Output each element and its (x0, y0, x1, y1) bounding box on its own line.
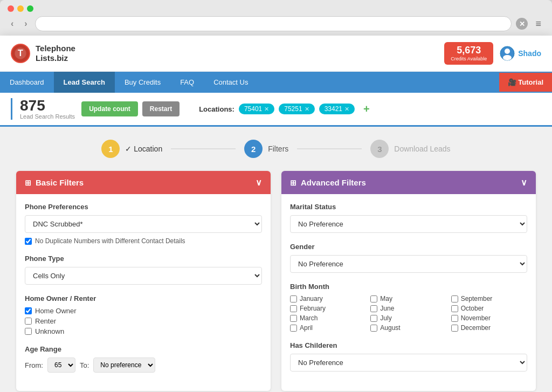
month-april-checkbox[interactable] (290, 325, 297, 332)
username[interactable]: Shado (518, 49, 541, 58)
restart-button[interactable]: Restart (142, 101, 180, 116)
no-duplicate-label: No Duplicate Numbers with Different Cont… (35, 237, 185, 245)
birth-month-group: Birth Month January May (290, 283, 527, 332)
stop-button[interactable]: ✕ (516, 18, 528, 30)
month-october-checkbox[interactable] (451, 305, 458, 312)
home-owner-group: Home Owner / Renter Home Owner Renter Un… (25, 294, 262, 335)
menu-button[interactable]: ≡ (532, 17, 544, 31)
unknown-checkbox[interactable] (25, 328, 32, 335)
marital-status-label: Marital Status (290, 203, 527, 211)
advanced-filters-header-left: ⊞ Advanced Filters (290, 178, 366, 187)
month-august-checkbox[interactable] (370, 325, 377, 332)
minimize-traffic-light[interactable] (17, 5, 24, 12)
tutorial-button[interactable]: 🎥 Tutorial (499, 73, 552, 92)
has-children-group: Has Childeren No Preference Yes No (290, 341, 527, 372)
credits-label: Credits Available (451, 56, 487, 61)
remove-location-2[interactable]: ✕ (344, 106, 349, 113)
home-owner-checkbox[interactable] (25, 307, 32, 314)
month-february-checkbox[interactable] (290, 305, 297, 312)
month-july: July (370, 314, 446, 322)
home-owner-label: Home Owner / Renter (25, 294, 262, 302)
gender-group: Gender No Preference Male Female (290, 243, 527, 273)
location-tag-0: 75401 ✕ (239, 104, 274, 114)
advanced-filters-chevron[interactable]: ∨ (521, 177, 527, 188)
month-december-checkbox[interactable] (451, 325, 458, 332)
address-bar[interactable] (35, 16, 512, 31)
nav-buy-credits[interactable]: Buy Credits (115, 72, 170, 93)
age-to-label: To: (80, 361, 89, 369)
count-actions: Update count Restart (81, 101, 180, 116)
forward-button[interactable]: › (21, 18, 30, 30)
credits-number: 5,673 (451, 45, 487, 55)
has-children-select[interactable]: No Preference Yes No (290, 354, 527, 372)
advanced-filters-header: ⊞ Advanced Filters ∨ (281, 171, 536, 194)
basic-filters-header-left: ⊞ Basic Filters (25, 178, 84, 187)
renter-option: Renter (25, 317, 262, 325)
no-duplicate-checkbox[interactable] (25, 238, 32, 245)
step-divider-2 (297, 148, 362, 149)
age-to-select[interactable]: No preference 30 40 50 60 70 80 (93, 357, 155, 373)
month-june-checkbox[interactable] (370, 305, 377, 312)
birth-month-label: Birth Month (290, 283, 527, 291)
month-april: April (290, 324, 366, 332)
basic-filters-chevron[interactable]: ∨ (256, 177, 262, 188)
unknown-text: Unknown (35, 327, 64, 335)
remove-location-0[interactable]: ✕ (264, 106, 269, 113)
update-count-button[interactable]: Update count (81, 101, 138, 116)
phone-prefs-group: Phone Preferences DNC Scrubbed* No Prefe… (25, 203, 262, 245)
main-content: 1 ✓ Location 2 Filters 3 Download Leads … (0, 127, 552, 392)
basic-filters-panel: ⊞ Basic Filters ∨ Phone Preferences DNC … (16, 171, 271, 391)
month-february: February (290, 305, 366, 312)
month-june: June (370, 305, 446, 312)
month-march-checkbox[interactable] (290, 315, 297, 322)
count-bar: 875 Lead Search Results Update count Res… (0, 93, 552, 127)
month-december: December (451, 324, 527, 332)
step-2: 2 Filters (244, 140, 288, 158)
month-july-checkbox[interactable] (370, 315, 377, 322)
logo-icon: T (11, 44, 30, 63)
count-bar-inner: 875 Lead Search Results Update count Res… (11, 98, 180, 120)
renter-checkbox[interactable] (25, 318, 32, 325)
has-children-label: Has Childeren (290, 341, 527, 349)
age-range-group: Age Range From: 65 18 25 35 45 55 (25, 345, 262, 373)
advanced-filters-icon: ⊞ (290, 178, 296, 187)
phone-type-select[interactable]: Cells Only No Preference Landline Only B… (25, 267, 262, 285)
month-january-checkbox[interactable] (290, 295, 297, 302)
nav-contact-us[interactable]: Contact Us (204, 72, 258, 93)
traffic-lights (8, 5, 544, 12)
basic-filters-title: Basic Filters (36, 178, 84, 187)
locations-label: Locations: (199, 105, 234, 113)
nav-faq[interactable]: FAQ (170, 72, 204, 93)
app-window: T Telephone Lists.biz 5,673 Credits Avai… (0, 36, 552, 392)
browser-bar: ‹ › ✕ ≡ (8, 16, 544, 31)
count-area: 875 Lead Search Results (20, 98, 75, 120)
step-2-label: Filters (268, 145, 288, 153)
lead-count: 875 (20, 98, 75, 113)
nav-lead-search[interactable]: Lead Search (54, 72, 115, 93)
close-traffic-light[interactable] (8, 5, 14, 12)
month-september-checkbox[interactable] (451, 295, 458, 302)
step-divider-1 (171, 148, 236, 149)
basic-filters-icon: ⊞ (25, 178, 31, 187)
add-location-button[interactable]: + (363, 103, 370, 115)
age-from-label: From: (25, 361, 43, 369)
maximize-traffic-light[interactable] (27, 5, 33, 12)
remove-location-1[interactable]: ✕ (305, 106, 309, 113)
phone-type-group: Phone Type Cells Only No Preference Land… (25, 255, 262, 285)
marital-status-select[interactable]: No Preference Single Married Divorced Wi… (290, 215, 527, 233)
step-3: 3 Download Leads (370, 140, 450, 158)
gender-label: Gender (290, 243, 527, 251)
phone-prefs-select[interactable]: DNC Scrubbed* No Preference Cell Only La… (25, 215, 262, 233)
nav-dashboard[interactable]: Dashboard (0, 72, 54, 93)
month-may-checkbox[interactable] (370, 295, 377, 302)
app-header: T Telephone Lists.biz 5,673 Credits Avai… (0, 36, 552, 72)
age-from-select[interactable]: 65 18 25 35 45 55 (47, 357, 75, 373)
gender-select[interactable]: No Preference Male Female (290, 255, 527, 273)
user-icon (500, 46, 515, 61)
home-owner-text: Home Owner (35, 307, 77, 315)
step-1-label: ✓ Location (125, 145, 162, 153)
logo-line1: Telephone (36, 44, 75, 53)
month-november-checkbox[interactable] (451, 315, 458, 322)
advanced-filters-body: Marital Status No Preference Single Marr… (281, 194, 536, 390)
back-button[interactable]: ‹ (8, 18, 17, 30)
